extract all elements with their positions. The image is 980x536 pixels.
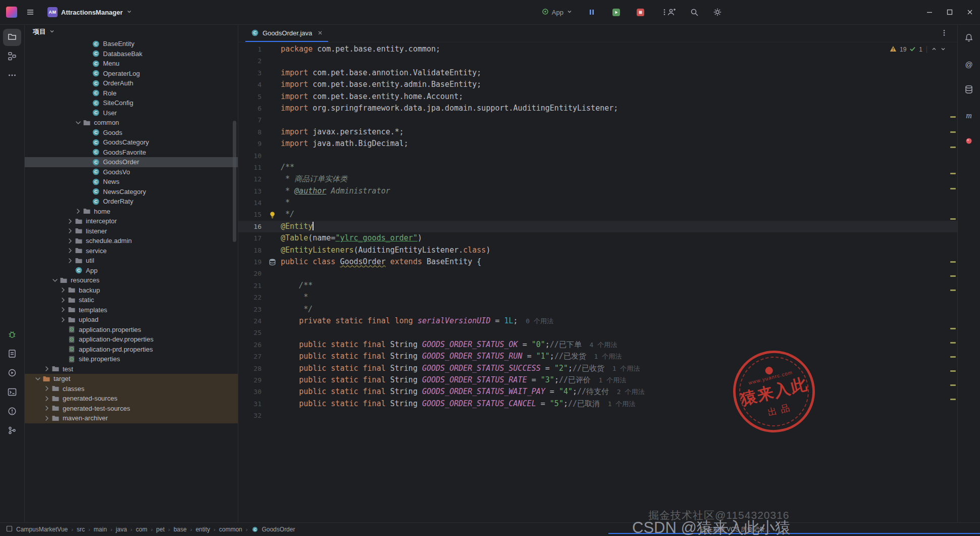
line-number[interactable]: 9: [238, 138, 264, 150]
settings-button[interactable]: [709, 4, 726, 20]
line-number[interactable]: 16: [238, 221, 264, 232]
tree-item-util[interactable]: util: [25, 256, 238, 266]
line-number[interactable]: 22: [238, 291, 264, 303]
tree-item-generated-sources[interactable]: generated-sources: [25, 394, 238, 404]
breadcrumb-item[interactable]: pet: [156, 526, 165, 533]
code-with-me-button[interactable]: [663, 4, 679, 20]
line-number[interactable]: 5: [238, 91, 264, 103]
warning-stripe-mark[interactable]: [950, 289, 956, 291]
code-line-8[interactable]: 8import javax.persistence.*;: [238, 126, 957, 138]
line-number[interactable]: 24: [238, 315, 264, 327]
tree-item-target[interactable]: target: [25, 374, 238, 384]
project-panel-header[interactable]: 项目: [25, 25, 238, 39]
warning-stripe-mark[interactable]: [950, 116, 956, 118]
stop-button[interactable]: [632, 4, 648, 20]
chevron-right-icon[interactable]: [74, 207, 82, 215]
code-line-16[interactable]: 16@Entity: [238, 221, 957, 232]
tree-item-Role[interactable]: CRole: [25, 88, 238, 99]
code-line-23[interactable]: 23 */: [238, 304, 957, 315]
database-tool-button[interactable]: [960, 81, 978, 99]
tree-item-GoodsOrder[interactable]: CGoodsOrder: [25, 157, 238, 167]
chevron-right-icon[interactable]: [66, 237, 74, 245]
code-line-28[interactable]: 28 public static final String GOODS_ORDE…: [238, 363, 957, 374]
code-line-21[interactable]: 21 /**: [238, 280, 957, 291]
tree-item-maven-archiver[interactable]: maven-archiver: [25, 413, 238, 423]
line-number[interactable]: 8: [238, 126, 264, 138]
warning-stripe-mark[interactable]: [950, 399, 956, 400]
debug-tool-button[interactable]: [3, 326, 21, 344]
main-menu-button[interactable]: [22, 4, 38, 20]
tree-item-OperaterLog[interactable]: COperaterLog: [25, 69, 238, 79]
chevron-right-icon[interactable]: [43, 365, 51, 373]
line-number[interactable]: 29: [238, 374, 264, 386]
tree-item-NewsCategory[interactable]: CNewsCategory: [25, 187, 238, 197]
tree-item-OrderAuth[interactable]: COrderAuth: [25, 78, 238, 88]
breadcrumb-item[interactable]: java: [116, 526, 127, 533]
chevron-right-icon[interactable]: [59, 316, 67, 324]
chevron-right-icon[interactable]: [66, 247, 74, 255]
chevron-right-icon[interactable]: [59, 296, 67, 304]
code-line-2[interactable]: 2: [238, 55, 957, 67]
project-tool-button[interactable]: [3, 29, 21, 46]
warning-stripe-mark[interactable]: [950, 261, 956, 263]
tree-item-templates[interactable]: templates: [25, 305, 238, 315]
problems-tool-button[interactable]: [3, 403, 21, 420]
warning-stripe-mark[interactable]: [950, 384, 956, 386]
tree-item-App[interactable]: CApp: [25, 266, 238, 276]
code-line-20[interactable]: 20: [238, 268, 957, 279]
tree-item-Menu[interactable]: CMenu: [25, 59, 238, 69]
line-number[interactable]: 26: [238, 339, 264, 351]
code-line-30[interactable]: 30 public static final String GOODS_ORDE…: [238, 386, 957, 398]
line-number[interactable]: 2: [238, 55, 264, 67]
tree-item-service[interactable]: service: [25, 246, 238, 256]
tree-item-interceptor[interactable]: interceptor: [25, 216, 238, 226]
project-selector[interactable]: AM AttractionsManager: [43, 5, 136, 19]
line-number[interactable]: 23: [238, 304, 264, 315]
minimize-button[interactable]: [919, 0, 940, 24]
code-line-22[interactable]: 22 *: [238, 291, 957, 303]
warning-stripe-mark[interactable]: [950, 356, 956, 358]
chevron-right-icon[interactable]: [66, 227, 74, 235]
breadcrumb-item[interactable]: base: [174, 526, 187, 533]
tree-item-News[interactable]: CNews: [25, 177, 238, 187]
line-number[interactable]: 31: [238, 398, 264, 410]
code-editor[interactable]: 1package com.pet.base.entity.common;23im…: [238, 42, 957, 522]
code-line-32[interactable]: 32: [238, 410, 957, 421]
tree-item-listener[interactable]: listener: [25, 226, 238, 236]
line-number[interactable]: 27: [238, 351, 264, 362]
chevron-down-icon[interactable]: [940, 46, 946, 54]
search-button[interactable]: [686, 4, 702, 20]
warning-stripe-mark[interactable]: [950, 188, 956, 189]
warning-stripe-mark[interactable]: [950, 370, 956, 372]
tree-item-home[interactable]: home: [25, 207, 238, 217]
code-line-15[interactable]: 15 */: [238, 209, 957, 220]
maven-tool-button[interactable]: m: [960, 107, 978, 124]
tree-item-application.properties[interactable]: application.properties: [25, 325, 238, 335]
inspections-widget[interactable]: 19 1: [888, 44, 948, 55]
tree-item-Goods[interactable]: CGoods: [25, 128, 238, 138]
warning-stripe-mark[interactable]: [950, 328, 956, 329]
tree-item-resources[interactable]: resources: [25, 275, 238, 285]
line-number[interactable]: 11: [238, 162, 264, 173]
breadcrumb-module[interactable]: CampusMarketVue: [16, 526, 68, 533]
chevron-up-icon[interactable]: [931, 46, 937, 54]
line-number[interactable]: 17: [238, 232, 264, 244]
line-number[interactable]: 1: [238, 43, 264, 55]
code-line-14[interactable]: 14 *: [238, 197, 957, 209]
line-number[interactable]: 21: [238, 280, 264, 291]
code-line-31[interactable]: 31 public static final String GOODS_ORDE…: [238, 398, 957, 410]
warning-stripe-mark[interactable]: [950, 218, 956, 220]
code-line-5[interactable]: 5import com.pet.base.entity.home.Account…: [238, 91, 957, 103]
code-line-11[interactable]: 11/**: [238, 162, 957, 173]
warning-stripe-mark[interactable]: [950, 131, 956, 133]
breadcrumb-file[interactable]: CGoodsOrder: [251, 525, 295, 533]
tree-item-application-dev.properties[interactable]: application-dev.properties: [25, 334, 238, 345]
breadcrumb-item[interactable]: entity: [195, 526, 210, 533]
error-stripe[interactable]: [949, 42, 957, 522]
code-line-1[interactable]: 1package com.pet.base.entity.common;: [238, 43, 957, 55]
tree-scrollbar[interactable]: [233, 121, 236, 242]
tree-item-GoodsCategory[interactable]: CGoodsCategory: [25, 137, 238, 148]
todo-tool-button[interactable]: [3, 346, 21, 363]
version-control-tool-button[interactable]: [3, 422, 21, 440]
tree-item-OrderRaty[interactable]: COrderRaty: [25, 197, 238, 207]
